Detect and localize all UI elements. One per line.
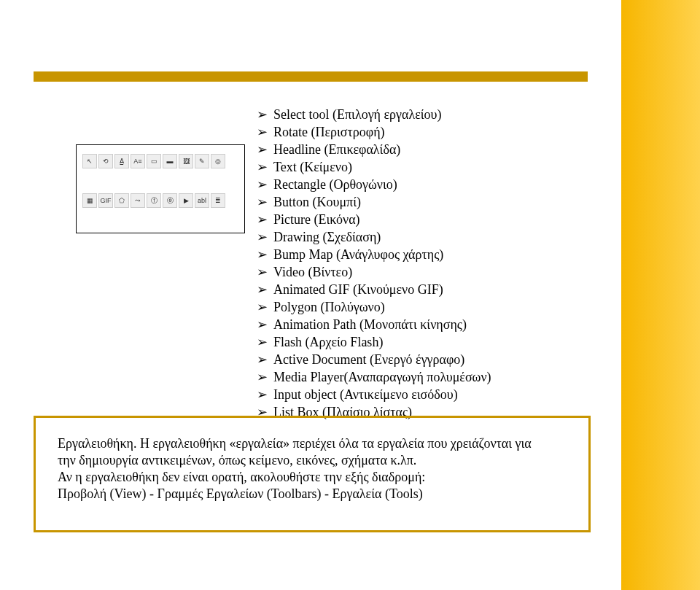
video-icon: ▦: [82, 193, 97, 208]
flash-icon: ⓕ: [147, 193, 161, 208]
path-icon: ⤳: [131, 193, 145, 208]
tool-list-item: ➢Headline (Επικεφαλίδα): [257, 141, 491, 158]
picture-icon: 🖼: [179, 154, 193, 168]
bullet-icon: ➢: [257, 142, 268, 157]
tool-list-item-label: Drawing (Σχεδίαση): [273, 230, 381, 244]
bullet-icon: ➢: [257, 247, 268, 262]
tool-list-item-label: Bump Map (Ανάγλυφος χάρτης): [273, 247, 443, 262]
tool-list-item: ➢Input object (Αντικείμενο εισόδου): [257, 387, 491, 403]
tool-list-item-label: Flash (Αρχείο Flash): [273, 335, 383, 349]
tool-list: ➢Select tool (Επιλογή εργαλείου)➢Rotate …: [257, 106, 491, 422]
tool-list-item-label: Select tool (Επιλογή εργαλείου): [273, 107, 441, 122]
tool-list-item: ➢Picture (Εικόνα): [257, 211, 491, 228]
bullet-icon: ➢: [257, 107, 268, 122]
bullet-icon: ➢: [257, 300, 268, 314]
tool-list-item: ➢Button (Κουμπί): [257, 194, 491, 210]
toolbox-frame: ↖ ⟲ A̲ A≡ ▭ ▬ 🖼 ✎ ◎ ▦ GIF ⬠ ⤳ ⓕ ⓔ ▶ abl …: [76, 144, 245, 233]
tool-list-item-label: Picture (Εικόνα): [273, 212, 360, 227]
input-object-icon: abl: [195, 193, 209, 208]
tool-list-item: ➢Polygon (Πολύγωνο): [257, 299, 491, 315]
top-rule: [34, 71, 588, 82]
select-tool-icon: ↖: [82, 154, 97, 168]
tool-list-item-label: Input object (Αντικείμενο εισόδου): [273, 387, 458, 402]
tool-list-item-label: Animation Path (Μονοπάτι κίνησης): [273, 317, 467, 332]
bullet-icon: ➢: [257, 370, 268, 384]
tool-list-item-label: Rotate (Περιστροφή): [273, 125, 385, 139]
bullet-icon: ➢: [257, 335, 268, 349]
tool-list-item: ➢Bump Map (Ανάγλυφος χάρτης): [257, 247, 491, 263]
active-doc-icon: ⓔ: [163, 193, 177, 208]
polygon-icon: ⬠: [114, 193, 129, 208]
tool-list-item-label: Button (Κουμπί): [273, 195, 361, 209]
callout-line-2: την δημιουργία αντικειμένων, όπως κείμεν…: [58, 453, 567, 468]
tool-list-item: ➢Media Player(Αναπαραγωγή πολυμέσων): [257, 369, 491, 385]
rotate-icon: ⟲: [98, 154, 113, 168]
rectangle-icon: ▭: [147, 154, 161, 168]
tool-list-item-label: Active Document (Ενεργό έγγραφο): [273, 352, 464, 367]
tool-list-item: ➢Rectangle (Ορθογώνιο): [257, 176, 491, 193]
tool-list-item: ➢Video (Βίντεο): [257, 264, 491, 280]
right-accent-band: [621, 0, 700, 590]
note-callout: Εργαλειοθήκη. Η εργαλειοθήκη «εργαλεία» …: [34, 416, 591, 532]
tool-list-item: ➢Active Document (Ενεργό έγγραφο): [257, 352, 491, 368]
tool-list-item-label: Animated GIF (Κινούμενο GIF): [273, 282, 443, 297]
bullet-icon: ➢: [257, 282, 268, 297]
media-player-icon: ▶: [179, 193, 193, 208]
bullet-icon: ➢: [257, 195, 268, 209]
tool-list-item-label: Rectangle (Ορθογώνιο): [273, 177, 397, 192]
bullet-icon: ➢: [257, 212, 268, 227]
text-icon: A≡: [131, 154, 145, 168]
listbox-icon: ≣: [211, 193, 225, 208]
button-icon: ▬: [163, 154, 177, 168]
gif-icon: GIF: [98, 193, 113, 208]
bullet-icon: ➢: [257, 317, 268, 332]
tool-list-item: ➢Animation Path (Μονοπάτι κίνησης): [257, 317, 491, 333]
tool-list-item-label: Text (Κείμενο): [273, 160, 352, 174]
tool-list-item: ➢Text (Κείμενο): [257, 159, 491, 175]
tool-list-item: ➢Rotate (Περιστροφή): [257, 124, 491, 140]
tool-list-item: ➢Select tool (Επιλογή εργαλείου): [257, 106, 491, 123]
callout-line-3: Αν η εργαλειοθήκη δεν είναι ορατή, ακολο…: [58, 470, 567, 485]
bumpmap-icon: ◎: [211, 154, 225, 168]
tool-list-item-label: Video (Βίντεο): [273, 265, 352, 279]
bullet-icon: ➢: [257, 265, 268, 279]
tool-list-item-label: Polygon (Πολύγωνο): [273, 300, 385, 314]
tool-list-item: ➢Animated GIF (Κινούμενο GIF): [257, 282, 491, 298]
bullet-icon: ➢: [257, 352, 268, 367]
tool-list-item-label: Headline (Επικεφαλίδα): [273, 142, 400, 157]
toolbar-row-2: ▦ GIF ⬠ ⤳ ⓕ ⓔ ▶ abl ≣: [81, 192, 240, 209]
tool-list-item-label: Media Player(Αναπαραγωγή πολυμέσων): [273, 370, 491, 384]
toolbar-row-1: ↖ ⟲ A̲ A≡ ▭ ▬ 🖼 ✎ ◎: [81, 152, 240, 170]
drawing-icon: ✎: [195, 154, 209, 168]
callout-line-1: Εργαλειοθήκη. Η εργαλειοθήκη «εργαλεία» …: [58, 436, 567, 451]
headline-icon: A̲: [114, 154, 129, 168]
bullet-icon: ➢: [257, 387, 268, 402]
bullet-icon: ➢: [257, 125, 268, 139]
bullet-icon: ➢: [257, 230, 268, 244]
tool-list-item: ➢Flash (Αρχείο Flash): [257, 334, 491, 350]
bullet-icon: ➢: [257, 177, 268, 192]
bullet-icon: ➢: [257, 160, 268, 174]
callout-line-4: Προβολή (View) - Γραμμές Εργαλείων (Tool…: [58, 486, 567, 502]
tool-list-item: ➢Drawing (Σχεδίαση): [257, 229, 491, 245]
